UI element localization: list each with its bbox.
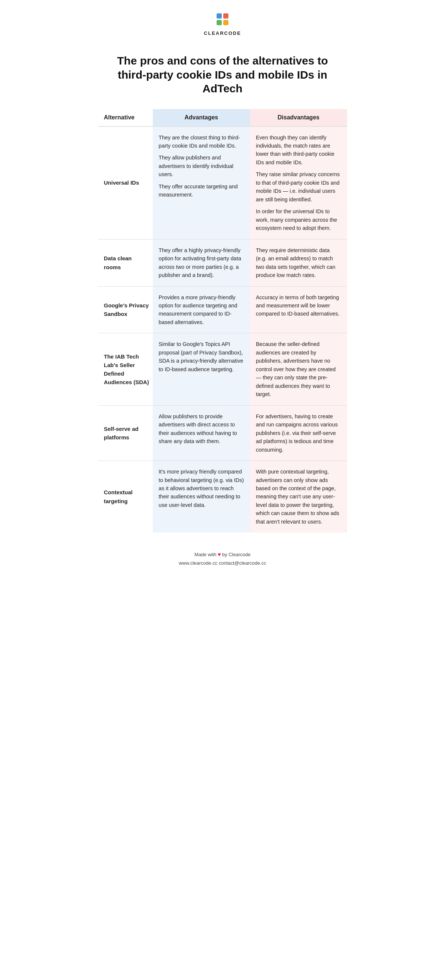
- brand-label: CLEARCODE: [97, 30, 348, 36]
- table-row: The IAB Tech Lab's Seller Defined Audien…: [98, 333, 347, 405]
- svg-rect-0: [216, 13, 222, 19]
- page-title: The pros and cons of the alternatives to…: [89, 43, 356, 109]
- cell-alternative: Universal IDs: [98, 126, 153, 240]
- cell-disadvantages: With pure contextual targeting, advertis…: [250, 461, 347, 533]
- cell-advantages: Similar to Google's Topics API proposal …: [153, 333, 250, 405]
- comparison-table: Alternative Advantages Disadvantages Uni…: [98, 109, 347, 533]
- col-header-alternative: Alternative: [98, 109, 153, 126]
- cell-disadvantages: They require deterministic data (e.g. an…: [250, 239, 347, 286]
- cell-disadvantages: For advertisers, having to create and ru…: [250, 405, 347, 461]
- page-footer: Made with ♥ by Clearcode www.clearcode.c…: [89, 540, 356, 576]
- svg-rect-3: [223, 20, 229, 25]
- table-header-row: Alternative Advantages Disadvantages: [98, 109, 347, 126]
- cell-alternative: The IAB Tech Lab's Seller Defined Audien…: [98, 333, 153, 405]
- cell-advantages: It's more privacy friendly compared to b…: [153, 461, 250, 533]
- col-header-advantages: Advantages: [153, 109, 250, 126]
- cell-advantages: Allow publishers to provide advertisers …: [153, 405, 250, 461]
- cell-alternative: Data clean rooms: [98, 239, 153, 286]
- svg-rect-1: [223, 13, 229, 19]
- cell-disadvantages: Even though they can identify individual…: [250, 126, 347, 240]
- cell-disadvantages: Accuracy in terms of both targeting and …: [250, 286, 347, 333]
- table-row: Google's Privacy SandboxProvides a more …: [98, 286, 347, 333]
- footer-line1: Made with ♥ by Clearcode: [97, 550, 348, 559]
- svg-rect-2: [216, 20, 222, 25]
- cell-advantages: They offer a highly privacy-friendly opt…: [153, 239, 250, 286]
- cell-alternative: Contextual targeting: [98, 461, 153, 533]
- cell-advantages: They are the closest thing to third-part…: [153, 126, 250, 240]
- table-row: Contextual targetingIt's more privacy fr…: [98, 461, 347, 533]
- cell-alternative: Google's Privacy Sandbox: [98, 286, 153, 333]
- table-row: Self-serve ad platformsAllow publishers …: [98, 405, 347, 461]
- table-row: Universal IDsThey are the closest thing …: [98, 126, 347, 240]
- comparison-table-wrap: Alternative Advantages Disadvantages Uni…: [89, 109, 356, 540]
- heart-icon: ♥: [218, 551, 221, 557]
- page-header: CLEARCODE: [89, 0, 356, 43]
- col-header-disadvantages: Disadvantages: [250, 109, 347, 126]
- cell-alternative: Self-serve ad platforms: [98, 405, 153, 461]
- clearcode-logo-icon: [214, 10, 231, 28]
- cell-disadvantages: Because the seller-defined audiences are…: [250, 333, 347, 405]
- table-row: Data clean roomsThey offer a highly priv…: [98, 239, 347, 286]
- cell-advantages: Provides a more privacy-friendly option …: [153, 286, 250, 333]
- footer-line2: www.clearcode.cc contact@clearcode.cc: [97, 559, 348, 567]
